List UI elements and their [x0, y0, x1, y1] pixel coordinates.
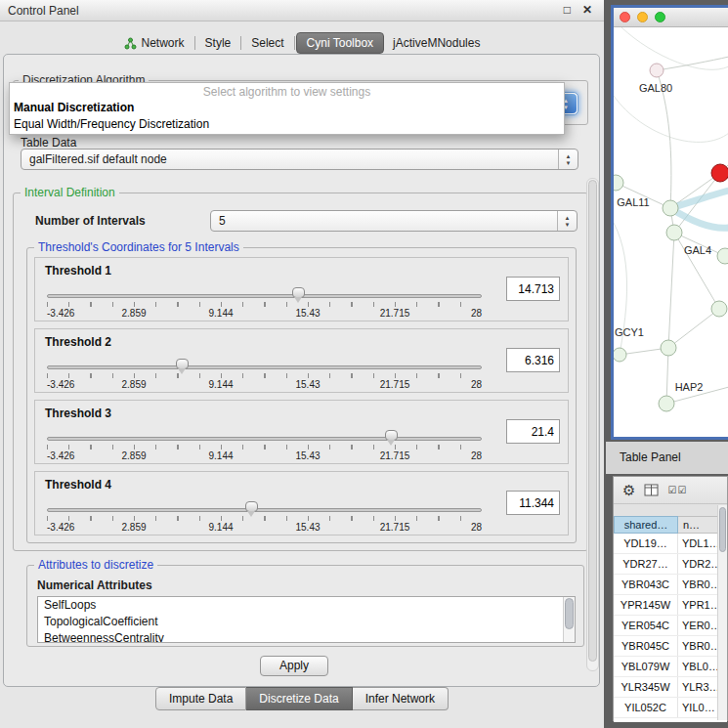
table-cell[interactable]: YDL19… — [614, 534, 678, 553]
threshold-2-slider[interactable]: -3.426 2.859 9.144 15.43 21.715 28 — [47, 357, 482, 392]
tab-separator — [294, 36, 295, 50]
threshold-3-value-field[interactable] — [506, 419, 560, 444]
tab-impute-data[interactable]: Impute Data — [155, 687, 246, 710]
slider-tick-labels: -3.426 2.859 9.144 15.43 21.715 28 — [47, 379, 482, 391]
dropdown-option-equal-width-frequency[interactable]: Equal Width/Frequency Discretization — [10, 116, 564, 133]
minimize-traffic-light-icon[interactable] — [637, 12, 648, 22]
table-cell[interactable]: YIL052C — [614, 698, 678, 717]
slider-ticks — [47, 302, 482, 307]
tab-network-label: Network — [142, 36, 185, 50]
scrollbar-thumb[interactable] — [719, 507, 726, 552]
slider-track[interactable] — [47, 294, 482, 298]
list-item[interactable]: SelfLoops — [38, 597, 575, 614]
tab-cyni-toolbox[interactable]: Cyni Toolbox — [296, 32, 384, 54]
table-cell[interactable]: YLR345W — [614, 677, 678, 697]
table-data-combobox[interactable]: galFiltered.sif default node ▲ ▼ — [21, 149, 578, 170]
threshold-1-slider[interactable]: -3.426 2.859 9.144 15.43 21.715 28 — [47, 285, 482, 321]
threshold-3-slider[interactable]: -3.426 2.859 9.144 15.43 21.715 28 — [47, 428, 482, 463]
number-of-intervals-combobox[interactable]: 5 ▲ ▼ — [210, 210, 578, 232]
float-window-icon[interactable]: □ — [564, 3, 571, 17]
slider-track[interactable] — [47, 508, 482, 512]
table-row[interactable]: YBR043C YBR0… — [614, 575, 727, 595]
list-item[interactable]: TopologicalCoefficient — [38, 614, 575, 630]
node-label: GAL11 — [617, 196, 649, 208]
top-tab-bar: Network Style Select Cyni Toolbox jActiv… — [0, 31, 604, 55]
tab-network[interactable]: Network — [115, 32, 193, 54]
slider-thumb[interactable] — [245, 501, 258, 512]
apply-button[interactable]: Apply — [260, 656, 328, 676]
threshold-2-value-field[interactable] — [506, 348, 560, 372]
dropdown-option-manual-discretization[interactable]: Manual Discretization — [10, 100, 564, 116]
network-node[interactable] — [661, 340, 676, 356]
table-row[interactable]: YPR145W YPR1… — [614, 595, 727, 616]
list-scrollbar[interactable] — [563, 597, 575, 642]
algorithm-dropdown-popup: Select algorithm to view settings Manual… — [9, 82, 565, 135]
threshold-4-value-field[interactable] — [506, 491, 560, 515]
network-node[interactable] — [663, 200, 678, 216]
tick-label: 9.144 — [208, 450, 233, 461]
table-cell[interactable]: YER054C — [614, 616, 678, 635]
combobox-stepper-icon[interactable]: ▲ ▼ — [557, 211, 577, 231]
slider-ticks — [47, 445, 482, 450]
tab-jactivemnodules[interactable]: jActiveMNodules — [384, 32, 489, 54]
table-cell[interactable]: YBR045C — [614, 636, 678, 656]
zoom-traffic-light-icon[interactable] — [655, 12, 665, 22]
table-row[interactable]: YDR27… YDR2… — [614, 554, 727, 575]
slider-thumb[interactable] — [292, 287, 305, 298]
slider-thumb[interactable] — [385, 430, 398, 441]
threshold-4-slider[interactable]: -3.426 2.859 9.144 15.43 21.715 28 — [47, 499, 482, 535]
table-row[interactable]: YDL19… YDL1… — [614, 534, 727, 554]
tab-infer-network[interactable]: Infer Network — [353, 687, 449, 710]
close-traffic-light-icon[interactable] — [620, 12, 630, 22]
tab-jactivemnodules-label: jActiveMNodules — [393, 36, 480, 50]
table-cell[interactable]: YPR145W — [614, 595, 678, 615]
dropdown-placeholder-option[interactable]: Select algorithm to view settings — [10, 83, 564, 100]
slider-track[interactable] — [47, 437, 482, 441]
control-panel: Control Panel □ ✕ Network Style — [0, 0, 604, 728]
tab-discretize-data[interactable]: Discretize Data — [246, 687, 352, 710]
gear-icon[interactable]: ⚙ — [622, 483, 635, 497]
table-data-value: galFiltered.sif default node — [29, 152, 167, 166]
slider-thumb[interactable] — [176, 359, 189, 369]
threshold-1-value-field[interactable] — [506, 277, 560, 301]
table-cell[interactable]: YBL079W — [614, 657, 678, 676]
threshold-row: Threshold 3 -3.426 2.859 9.144 15.43 21.… — [34, 400, 569, 464]
network-canvas[interactable]: GAL80 GAL11 GAL4 GCY1 HAP2 — [614, 27, 728, 437]
network-node[interactable] — [711, 301, 727, 317]
numerical-attributes-list: SelfLoops TopologicalCoefficient Between… — [37, 596, 576, 643]
table-row[interactable]: YER054C YER0… — [614, 616, 727, 636]
combobox-stepper-icon[interactable]: ▲ ▼ — [558, 150, 578, 169]
application-window: Control Panel □ ✕ Network Style — [0, 0, 728, 728]
table-scrollbar[interactable] — [717, 505, 727, 720]
node-label: GAL4 — [684, 244, 711, 256]
table-row[interactable]: YBR045C YBR0… — [614, 636, 727, 657]
network-node-selected[interactable] — [711, 164, 728, 182]
tab-select[interactable]: Select — [242, 32, 292, 54]
close-icon[interactable]: ✕ — [582, 3, 592, 17]
threshold-row: Threshold 2 -3.426 2.859 9.144 15.43 21.… — [34, 328, 569, 393]
network-node[interactable] — [650, 64, 664, 77]
network-node[interactable] — [666, 225, 682, 240]
columns-icon[interactable] — [644, 484, 659, 496]
table-row[interactable]: YIL052C YIL0… — [614, 698, 727, 718]
network-node[interactable] — [614, 175, 623, 191]
select-all-checkboxes-icon[interactable]: ☑☑ — [667, 485, 687, 495]
tick-label: 9.144 — [208, 308, 233, 319]
table-cell[interactable]: YBR043C — [614, 575, 678, 594]
tab-style[interactable]: Style — [196, 32, 240, 54]
interval-definition-title: Interval Definition — [21, 186, 119, 199]
tick-label: 21.715 — [380, 379, 410, 390]
network-node[interactable] — [717, 248, 728, 264]
list-item[interactable]: BetweennessCentrality — [38, 630, 575, 643]
slider-tick-labels: -3.426 2.859 9.144 15.43 21.715 28 — [47, 450, 482, 462]
network-node[interactable] — [614, 348, 626, 362]
control-panel-scrollbar[interactable] — [586, 178, 599, 671]
slider-track[interactable] — [47, 365, 482, 369]
table-row[interactable]: YBL079W YBL0… — [614, 657, 727, 677]
table-cell[interactable]: YDR27… — [614, 554, 678, 574]
column-header-shared-name[interactable]: shared… — [614, 516, 678, 534]
scrollbar-thumb[interactable] — [565, 598, 574, 629]
network-node[interactable] — [659, 396, 674, 411]
scrollbar-thumb[interactable] — [588, 180, 597, 662]
table-row[interactable]: YLR345W YLR3… — [614, 677, 727, 698]
